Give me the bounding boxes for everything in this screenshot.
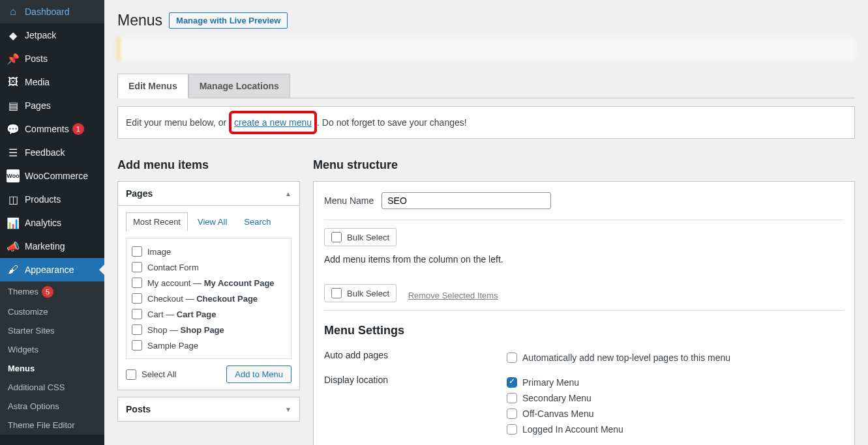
woo-icon: Woo	[7, 169, 20, 182]
sidebar-item-comments[interactable]: 💬Comments1	[0, 117, 104, 141]
sidebar-label: Dashboard	[25, 7, 70, 17]
bulk-select-top[interactable]: Bulk Select	[324, 228, 397, 246]
auto-add-option[interactable]: Automatically add new top-level pages to…	[507, 350, 844, 366]
hint-suffix: . Do not forget to save your changes!	[317, 117, 467, 128]
sidebar-label: WooCommerce	[25, 171, 88, 181]
location-offcanvas[interactable]: Off-Canvas Menu	[507, 406, 844, 422]
bulk-select-label: Bulk Select	[347, 289, 389, 298]
page-checkbox[interactable]	[132, 246, 142, 257]
themes-badge: 5	[42, 286, 53, 298]
submenu-themes[interactable]: Themes5	[0, 281, 104, 302]
page-checkbox[interactable]	[132, 293, 142, 304]
create-new-menu-link[interactable]: create a new menu	[234, 117, 312, 128]
location-checkbox[interactable]	[507, 377, 517, 388]
submenu-theme-file-editor[interactable]: Theme File Editor	[0, 416, 104, 435]
sidebar-item-dashboard[interactable]: ⌂Dashboard	[0, 0, 104, 23]
location-logged-in[interactable]: Logged In Account Menu	[507, 422, 844, 437]
location-secondary[interactable]: Secondary Menu	[507, 390, 844, 406]
page-item[interactable]: Sample Page	[132, 337, 286, 353]
sidebar-item-appearance[interactable]: 🖌Appearance	[0, 258, 104, 281]
submenu-menus[interactable]: Menus	[0, 359, 104, 378]
page-item[interactable]: My account — My Account Page	[132, 275, 286, 291]
menu-structure-panel: Menu Name Bulk Select Add menu items fro…	[313, 181, 855, 445]
page-label: Checkout	[147, 294, 183, 304]
remove-selected-link[interactable]: Remove Selected Items	[408, 291, 498, 300]
sidebar-label: Products	[25, 194, 61, 205]
menu-name-input[interactable]	[382, 192, 551, 209]
page-label: Contact Form	[147, 263, 199, 272]
sidebar-item-products[interactable]: ◫Products	[0, 188, 104, 211]
sub-tab-search[interactable]: Search	[237, 212, 278, 231]
display-location-label: Display location	[324, 375, 507, 437]
sidebar-label: Feedback	[25, 147, 65, 158]
sidebar-item-feedback[interactable]: ☰Feedback	[0, 141, 104, 164]
chevron-up-icon: ▲	[285, 190, 292, 197]
menu-name-label: Menu Name	[324, 195, 374, 206]
media-icon: 🖾	[7, 76, 20, 89]
submenu-additional-css[interactable]: Additional CSS	[0, 378, 104, 397]
page-checkbox[interactable]	[132, 340, 142, 351]
accordion-title: Pages	[126, 188, 153, 199]
sub-tab-most-recent[interactable]: Most Recent	[126, 212, 188, 231]
sidebar-label: Appearance	[25, 265, 74, 275]
submenu-customize[interactable]: Customize	[0, 302, 104, 321]
auto-add-label: Auto add pages	[324, 350, 507, 366]
add-to-menu-button[interactable]: Add to Menu	[226, 366, 292, 383]
sidebar-item-woocommerce[interactable]: WooWooCommerce	[0, 164, 104, 188]
sidebar-item-jetpack[interactable]: ◆Jetpack	[0, 23, 104, 47]
location-checkbox[interactable]	[507, 393, 517, 403]
option-label: Logged In Account Menu	[522, 424, 623, 435]
posts-accordion-header[interactable]: Posts▼	[118, 397, 299, 421]
auto-add-checkbox[interactable]	[507, 352, 517, 363]
submenu-starter-sites[interactable]: Starter Sites	[0, 321, 104, 340]
nav-tabs: Edit Menus Manage Locations	[117, 74, 855, 98]
page-item[interactable]: Contact Form	[132, 259, 286, 275]
page-label: Image	[147, 247, 171, 257]
comment-icon: 💬	[7, 122, 20, 136]
page-item[interactable]: Checkout — Checkout Page	[132, 291, 286, 306]
admin-notice	[117, 37, 855, 61]
submenu-widgets[interactable]: Widgets	[0, 340, 104, 359]
location-checkbox[interactable]	[507, 424, 517, 435]
sidebar-label: Jetpack	[25, 30, 56, 40]
page-label: Sample Page	[147, 341, 198, 351]
pin-icon: 📌	[7, 52, 20, 65]
page-item[interactable]: Cart — Cart Page	[132, 306, 286, 322]
main-content: Menus Manage with Live Preview Edit Menu…	[104, 0, 868, 445]
page-strong: Cart Page	[177, 309, 217, 319]
sidebar-label: Analytics	[25, 218, 61, 228]
page-checkbox[interactable]	[132, 324, 142, 335]
tab-manage-locations[interactable]: Manage Locations	[188, 74, 290, 98]
location-checkbox[interactable]	[507, 409, 517, 419]
manage-live-preview-button[interactable]: Manage with Live Preview	[169, 12, 288, 29]
page-item[interactable]: Image	[132, 244, 286, 259]
menu-settings-title: Menu Settings	[324, 324, 844, 337]
sidebar-label: Comments	[25, 124, 69, 134]
sidebar-item-pages[interactable]: ▤Pages	[0, 94, 104, 117]
select-all[interactable]: Select All	[126, 369, 176, 380]
sidebar-item-marketing[interactable]: 📣Marketing	[0, 235, 104, 258]
submenu-astra-options[interactable]: Astra Options	[0, 397, 104, 416]
bulk-select-checkbox[interactable]	[331, 288, 342, 298]
bulk-select-bottom[interactable]: Bulk Select	[324, 284, 397, 302]
accordion-title: Posts	[126, 404, 151, 414]
page-checkbox[interactable]	[132, 278, 142, 288]
sidebar-item-media[interactable]: 🖾Media	[0, 70, 104, 94]
sidebar-item-posts[interactable]: 📌Posts	[0, 47, 104, 70]
page-item[interactable]: Shop — Shop Page	[132, 322, 286, 337]
location-primary[interactable]: Primary Menu	[507, 375, 844, 390]
jetpack-icon: ◆	[7, 29, 20, 42]
tab-edit-menus[interactable]: Edit Menus	[117, 74, 188, 98]
sub-tab-view-all[interactable]: View All	[190, 212, 234, 231]
bulk-select-checkbox[interactable]	[331, 232, 342, 242]
select-all-checkbox[interactable]	[126, 369, 136, 380]
page-checkbox[interactable]	[132, 309, 142, 319]
sidebar-label: Pages	[25, 100, 51, 111]
dashboard-icon: ⌂	[7, 5, 20, 18]
sidebar-item-analytics[interactable]: 📊Analytics	[0, 211, 104, 235]
pages-sub-tabs: Most Recent View All Search	[126, 212, 292, 231]
sidebar-label: Posts	[25, 53, 48, 64]
highlight-annotation: create a new menu	[229, 111, 317, 134]
pages-accordion-header[interactable]: Pages▲	[118, 182, 299, 206]
page-checkbox[interactable]	[132, 262, 142, 272]
